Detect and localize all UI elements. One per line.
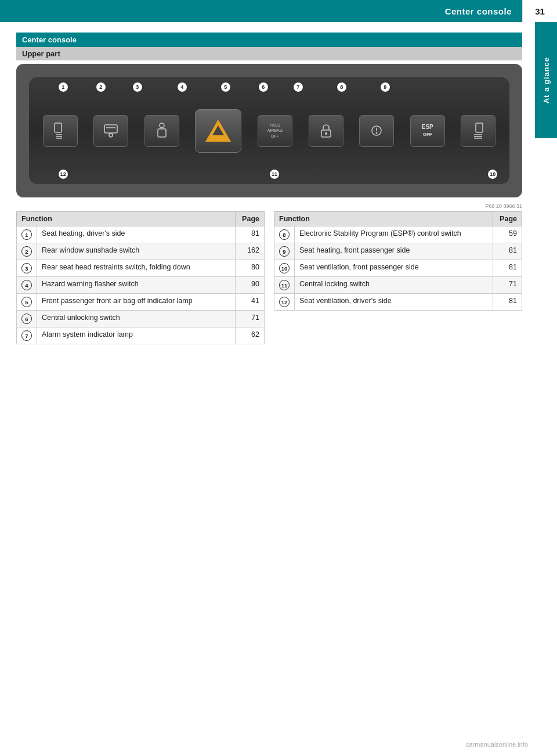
callout-6: 6 bbox=[258, 82, 269, 92]
row-num: 3 bbox=[17, 260, 37, 277]
console-panel: PASSAIRBAGOFF ESPOFF bbox=[29, 77, 509, 184]
side-tab: At a glance bbox=[535, 22, 557, 138]
callout-2: 2 bbox=[96, 82, 106, 92]
btn-3 bbox=[144, 115, 179, 147]
table-row: 10 Seat ventilation, front passenger sid… bbox=[274, 260, 522, 277]
callout-1: 1 bbox=[58, 82, 68, 92]
left-col-page: Page bbox=[236, 212, 265, 226]
table-row: 12 Seat ventilation, driver's side 81 bbox=[274, 294, 522, 311]
callout-11: 11 bbox=[269, 169, 280, 179]
row-page: 81 bbox=[236, 226, 265, 243]
hazard-triangle-icon bbox=[205, 120, 231, 142]
row-page: 71 bbox=[493, 277, 522, 294]
row-function: Central unlocking switch bbox=[37, 311, 236, 327]
btn-4-hazard bbox=[195, 109, 241, 153]
svg-point-10 bbox=[325, 132, 327, 135]
left-col-function: Function bbox=[17, 212, 236, 226]
row-num: 11 bbox=[274, 277, 295, 294]
row-function: Alarm system indicator lamp bbox=[37, 327, 236, 344]
row-num: 10 bbox=[274, 260, 295, 277]
svg-rect-4 bbox=[104, 125, 117, 133]
row-num: 8 bbox=[274, 226, 295, 243]
svg-point-7 bbox=[160, 123, 164, 128]
svg-rect-8 bbox=[158, 129, 166, 137]
btn-5: PASSAIRBAGOFF bbox=[258, 115, 292, 147]
row-function: Rear seat head restraints switch, foldin… bbox=[37, 260, 236, 277]
btn-8-esp: ESPOFF bbox=[410, 115, 445, 147]
row-page: 90 bbox=[236, 277, 265, 294]
svg-point-13 bbox=[376, 132, 378, 134]
row-function: Hazard warning flasher switch bbox=[37, 277, 236, 294]
right-col-page: Page bbox=[493, 212, 522, 226]
row-num: 7 bbox=[17, 327, 37, 344]
callout-8: 8 bbox=[337, 82, 347, 92]
svg-point-6 bbox=[109, 134, 113, 137]
table-row: 4 Hazard warning flasher switch 90 bbox=[17, 277, 265, 294]
callout-3: 3 bbox=[132, 82, 143, 92]
row-num: 4 bbox=[17, 277, 37, 294]
callout-4: 4 bbox=[177, 82, 187, 92]
table-row: 1 Seat heating, driver's side 81 bbox=[17, 226, 265, 243]
table-row: 3 Rear seat head restraints switch, fold… bbox=[17, 260, 265, 277]
row-num: 12 bbox=[274, 294, 295, 311]
row-page: 62 bbox=[236, 327, 265, 344]
row-function: Seat heating, driver's side bbox=[37, 226, 236, 243]
main-content: Center console Upper part bbox=[0, 22, 535, 355]
row-function: Front passenger front air bag off indica… bbox=[37, 294, 236, 311]
row-function: Rear window sunshade switch bbox=[37, 243, 236, 260]
row-num: 2 bbox=[17, 243, 37, 260]
svg-rect-0 bbox=[55, 123, 62, 132]
table-row: 9 Seat heating, front passenger side 81 bbox=[274, 243, 522, 260]
btn-1 bbox=[43, 115, 78, 147]
row-num: 5 bbox=[17, 294, 37, 311]
side-tab-label: At a glance bbox=[542, 57, 551, 103]
row-page: 71 bbox=[236, 311, 265, 327]
row-function: Seat ventilation, driver's side bbox=[295, 294, 493, 311]
btn-7 bbox=[359, 115, 394, 147]
row-page: 81 bbox=[493, 294, 522, 311]
footer-watermark: carmanualsonline.info bbox=[466, 741, 528, 748]
row-page: 81 bbox=[493, 260, 522, 277]
left-function-table: Function Page 1 Seat heating, driver's s… bbox=[16, 211, 265, 344]
btn-9 bbox=[461, 115, 495, 147]
row-page: 59 bbox=[493, 226, 522, 243]
callout-5: 5 bbox=[220, 82, 231, 92]
left-table: Function Page 1 Seat heating, driver's s… bbox=[16, 211, 265, 344]
row-page: 80 bbox=[236, 260, 265, 277]
table-row: 2 Rear window sunshade switch 162 bbox=[17, 243, 265, 260]
console-image: PASSAIRBAGOFF ESPOFF bbox=[16, 64, 522, 197]
row-page: 162 bbox=[236, 243, 265, 260]
right-table: Function Page 8 Electronic Stability Pro… bbox=[274, 211, 522, 344]
table-row: 5 Front passenger front air bag off indi… bbox=[17, 294, 265, 311]
row-page: 81 bbox=[493, 243, 522, 260]
callout-7: 7 bbox=[293, 82, 303, 92]
callout-12: 12 bbox=[58, 169, 68, 179]
table-row: 11 Central locking switch 71 bbox=[274, 277, 522, 294]
row-function: Seat ventilation, front passenger side bbox=[295, 260, 493, 277]
right-col-function: Function bbox=[274, 212, 493, 226]
svg-rect-14 bbox=[476, 123, 483, 132]
btn-6 bbox=[309, 115, 343, 147]
sub-title: Upper part bbox=[16, 47, 522, 60]
row-function: Central locking switch bbox=[295, 277, 493, 294]
table-row: 6 Central unlocking switch 71 bbox=[17, 311, 265, 327]
callout-9: 9 bbox=[380, 82, 390, 92]
table-row: 7 Alarm system indicator lamp 62 bbox=[17, 327, 265, 344]
row-num: 1 bbox=[17, 226, 37, 243]
row-function: Electronic Stability Program (ESP®) cont… bbox=[295, 226, 493, 243]
section-title: Center console bbox=[16, 33, 522, 47]
tables-wrapper: Function Page 1 Seat heating, driver's s… bbox=[16, 211, 522, 344]
table-row: 8 Electronic Stability Program (ESP®) co… bbox=[274, 226, 522, 243]
right-function-table: Function Page 8 Electronic Stability Pro… bbox=[274, 211, 522, 311]
header-title: Center console bbox=[445, 6, 512, 16]
image-caption: P68 20 3966 31 bbox=[16, 203, 522, 209]
row-function: Seat heating, front passenger side bbox=[295, 243, 493, 260]
row-num: 6 bbox=[17, 311, 37, 327]
header-teal: Center console bbox=[0, 0, 522, 22]
btn-2 bbox=[93, 115, 128, 147]
page-number: 31 bbox=[522, 0, 557, 22]
row-num: 9 bbox=[274, 243, 295, 260]
row-page: 41 bbox=[236, 294, 265, 311]
header-bar: Center console 31 bbox=[0, 0, 557, 22]
